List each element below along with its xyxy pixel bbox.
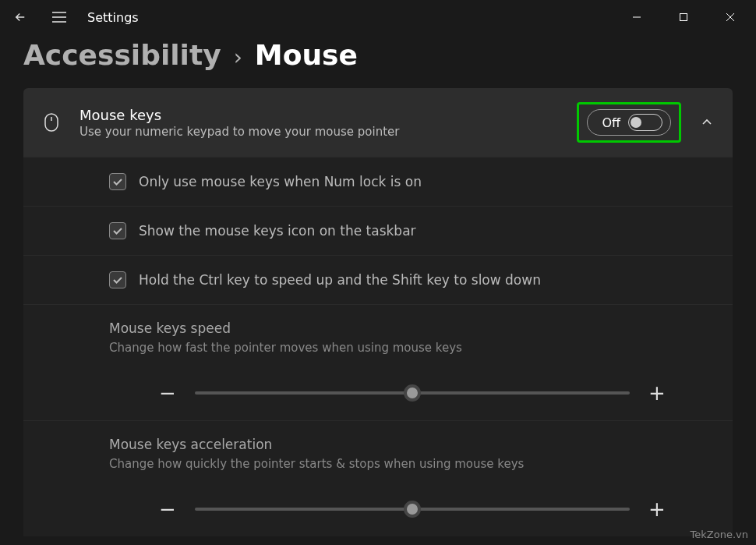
- option-num-lock: Only use mouse keys when Num lock is on: [23, 157, 733, 206]
- accel-subtitle: Change how quickly the pointer starts & …: [109, 457, 715, 471]
- option-label: Only use mouse keys when Num lock is on: [139, 174, 422, 189]
- close-button[interactable]: [719, 5, 742, 29]
- mouse-keys-options: Only use mouse keys when Num lock is on …: [23, 157, 733, 536]
- speed-title: Mouse keys speed: [109, 320, 715, 336]
- maximize-button[interactable]: [672, 5, 695, 29]
- svg-rect-4: [680, 14, 687, 21]
- speed-slider-thumb[interactable]: [404, 384, 421, 402]
- mouse-keys-title: Mouse keys: [79, 107, 560, 123]
- mouse-keys-accel-row: Mouse keys acceleration Change how quick…: [23, 420, 733, 536]
- checkbox-ctrl-shift[interactable]: [109, 271, 126, 288]
- watermark: TekZone.vn: [691, 529, 748, 540]
- checkbox-taskbar-icon[interactable]: [109, 222, 126, 239]
- option-label: Hold the Ctrl key to speed up and the Sh…: [139, 272, 541, 288]
- toggle-state-label: Off: [602, 115, 620, 130]
- speed-slider[interactable]: [195, 391, 630, 395]
- chevron-up-icon[interactable]: [698, 114, 715, 131]
- titlebar: Settings: [0, 0, 756, 34]
- nav-menu-button[interactable]: [48, 6, 70, 28]
- mouse-keys-speed-row: Mouse keys speed Change how fast the poi…: [23, 304, 733, 420]
- app-title: Settings: [87, 10, 139, 25]
- checkbox-num-lock[interactable]: [109, 173, 126, 190]
- speed-increment[interactable]: +: [645, 381, 669, 405]
- mouse-icon: [41, 111, 62, 133]
- breadcrumb-current: Mouse: [255, 39, 358, 71]
- accel-title: Mouse keys acceleration: [109, 437, 715, 452]
- option-taskbar-icon: Show the mouse keys icon on the taskbar: [23, 206, 733, 255]
- accel-decrement[interactable]: −: [156, 497, 179, 521]
- option-ctrl-shift: Hold the Ctrl key to speed up and the Sh…: [23, 255, 733, 304]
- speed-subtitle: Change how fast the pointer moves when u…: [109, 341, 715, 355]
- mouse-keys-toggle[interactable]: Off: [587, 109, 671, 136]
- speed-decrement[interactable]: −: [156, 381, 179, 405]
- mouse-keys-subtitle: Use your numeric keypad to move your mou…: [79, 125, 560, 139]
- highlight-box: Off: [577, 102, 681, 143]
- option-label: Show the mouse keys icon on the taskbar: [139, 223, 416, 239]
- accel-increment[interactable]: +: [645, 497, 669, 521]
- back-button[interactable]: [9, 6, 31, 28]
- accel-slider[interactable]: [195, 508, 630, 511]
- chevron-right-icon: ›: [234, 44, 242, 70]
- svg-rect-7: [45, 114, 58, 131]
- breadcrumb-parent[interactable]: Accessibility: [23, 39, 221, 71]
- mouse-keys-expander[interactable]: Mouse keys Use your numeric keypad to mo…: [23, 88, 733, 157]
- accel-slider-thumb[interactable]: [404, 501, 421, 518]
- breadcrumb: Accessibility › Mouse: [0, 34, 756, 88]
- minimize-button[interactable]: [625, 5, 648, 29]
